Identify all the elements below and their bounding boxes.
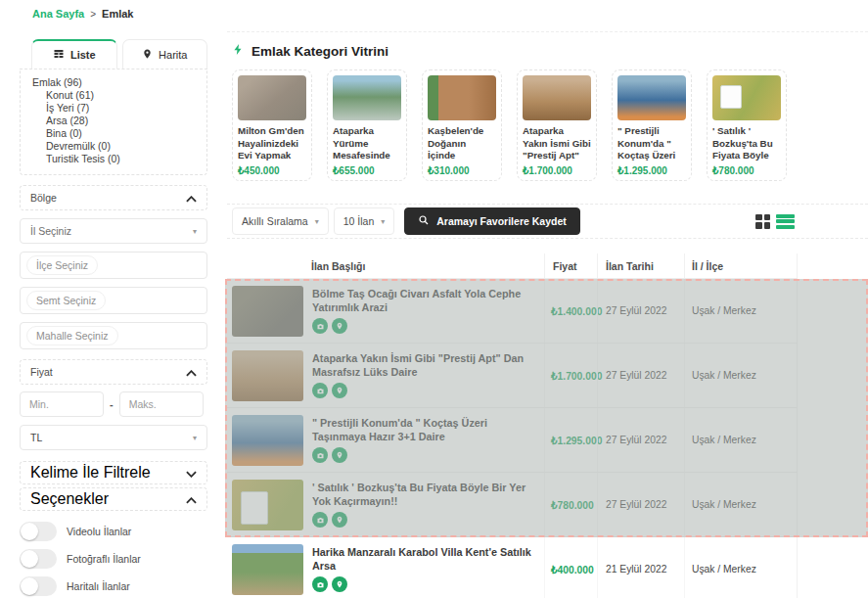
breadcrumb-current: Emlak	[102, 8, 133, 20]
header-fiyat: Fiyat	[544, 253, 597, 278]
category-emlak[interactable]: Emlak (96)	[32, 76, 195, 89]
category-turistik-tesis[interactable]: Turistik Tesis (0)	[32, 153, 195, 165]
card-price: ₺655.000	[333, 165, 401, 176]
showcase-card[interactable]: ' Satılık ' Bozkuş'ta Bu Fiyata Böyle ₺7…	[707, 69, 787, 181]
category-panel: Emlak (96) Konut (61) İş Yeri (7) Arsa (…	[20, 69, 207, 175]
category-is-yeri[interactable]: İş Yeri (7)	[32, 102, 195, 115]
grid-view-icon[interactable]	[755, 214, 770, 229]
section-fiyat[interactable]: Fiyat	[20, 359, 207, 385]
per-page-value: 10 İlan	[343, 215, 375, 227]
listing-thumbnail	[232, 415, 303, 466]
breadcrumb-home-link[interactable]: Ana Sayfa	[32, 8, 84, 20]
range-separator: -	[110, 398, 114, 410]
section-kelime[interactable]: Kelime İle Filtrele	[20, 461, 207, 484]
map-pin-icon[interactable]	[332, 512, 347, 528]
sort-select[interactable]: Akıllı Sıralama ▾	[232, 207, 329, 235]
row-price: ₺1.700.000	[544, 344, 597, 407]
filter-sidebar: Liste Harita Emlak (96) Konut (61) İş Ye…	[20, 39, 207, 598]
listing-photo	[333, 75, 401, 120]
currency-select-value: TL	[30, 432, 42, 443]
map-pin-icon[interactable]	[332, 318, 347, 334]
card-title: " Prestijli Konum'da " Koçtaş Üzeri	[617, 125, 686, 162]
row-location: Uşak / Merkez	[684, 344, 798, 407]
toggle-fotografli[interactable]: Fotoğraflı İlanlar	[20, 549, 207, 569]
price-range: -	[20, 391, 207, 417]
semt-placeholder: Semt Seçiniz	[26, 291, 106, 310]
il-select-value: İl Seçiniz	[30, 225, 71, 237]
toggle-haritali[interactable]: Haritalı İlanlar	[20, 576, 207, 596]
map-pin-icon[interactable]	[332, 383, 347, 398]
save-favorite-button[interactable]: Aramayı Favorilere Kaydet	[404, 207, 579, 235]
listing-photo	[238, 75, 306, 120]
table-row[interactable]: Harika Manzaralı Karabol Villa Kent'e Sa…	[227, 537, 798, 598]
list-view-icon[interactable]	[776, 214, 795, 229]
row-title: ' Satılık ' Bozkuş'ta Bu Fiyata Böyle Bi…	[312, 482, 535, 508]
photo-camera-icon[interactable]	[312, 576, 328, 592]
caret-down-icon: ▾	[193, 434, 197, 442]
showcase-card[interactable]: Ataparka Yürüme Mesafesinde ₺655.000	[327, 69, 407, 181]
showcase-card[interactable]: Ataparka Yakın İsmi Gibi "Prestij Apt" ₺…	[517, 69, 597, 181]
row-price: ₺1.295.000	[544, 408, 597, 472]
min-price-input[interactable]	[20, 391, 104, 417]
card-price: ₺1.295.000	[617, 165, 686, 176]
il-select[interactable]: İl Seçiniz ▾	[20, 218, 207, 244]
showcase-card[interactable]: Milton Gm'den Hayalinizdeki Evi Yapmak ₺…	[232, 69, 312, 181]
currency-select[interactable]: TL ▾	[20, 425, 207, 450]
photo-camera-icon[interactable]	[312, 512, 328, 528]
map-pin-icon[interactable]	[332, 576, 347, 592]
section-secenekler[interactable]: Seçenekler	[20, 487, 207, 511]
toggle-switch-off[interactable]	[20, 576, 57, 596]
map-pin-icon	[142, 48, 153, 62]
listing-thumbnail	[232, 544, 303, 595]
toggle-videolu[interactable]: Videolu İlanlar	[20, 522, 207, 541]
tab-harita-label: Harita	[159, 49, 187, 61]
semt-input[interactable]: Semt Seçiniz	[20, 287, 207, 314]
header-il-ilce: İl / İlçe	[684, 253, 798, 278]
chevron-up-icon	[186, 189, 197, 207]
per-page-select[interactable]: 10 İlan ▾	[334, 207, 395, 235]
photo-camera-icon[interactable]	[312, 383, 328, 398]
toggle-switch-off[interactable]	[20, 549, 57, 569]
section-bolge-label: Bölge	[30, 192, 57, 204]
sort-toolbar: Akıllı Sıralama ▾ 10 İlan ▾ Aramayı Favo…	[227, 204, 868, 239]
mahalle-input[interactable]: Mahalle Seçiniz	[20, 322, 207, 349]
card-title: Ataparka Yakın İsmi Gibi "Prestij Apt"	[523, 125, 591, 162]
toggle-haritali-label: Haritalı İlanlar	[67, 580, 130, 592]
category-bina[interactable]: Bina (0)	[32, 127, 195, 140]
photo-camera-icon[interactable]	[312, 447, 328, 463]
listing-rows: Bölme Taş Ocağı Civarı Asfalt Yola Cephe…	[227, 279, 868, 598]
option-toggles: Videolu İlanlar Fotoğraflı İlanlar Harit…	[20, 522, 207, 596]
section-bolge[interactable]: Bölge	[20, 185, 207, 210]
photo-camera-icon[interactable]	[312, 318, 328, 334]
toggle-switch-off[interactable]	[20, 522, 57, 541]
listing-photo	[523, 75, 591, 120]
category-arsa[interactable]: Arsa (28)	[32, 115, 195, 127]
showcase-card[interactable]: Kaşbelen'de Doğanın İçinde ₺310.000	[422, 69, 502, 181]
ilce-input[interactable]: İlçe Seçiniz	[20, 252, 207, 279]
card-price: ₺310.000	[428, 165, 496, 176]
listing-photo	[428, 75, 496, 120]
table-row[interactable]: ' Satılık ' Bozkuş'ta Bu Fiyata Böyle Bi…	[227, 473, 798, 537]
map-pin-icon[interactable]	[332, 447, 347, 463]
max-price-input[interactable]	[119, 391, 204, 417]
table-row[interactable]: Ataparka Yakın İsmi Gibi "Prestij Apt" D…	[227, 344, 798, 408]
row-title: Harika Manzaralı Karabol Villa Kent'e Sa…	[312, 546, 535, 573]
category-konut[interactable]: Konut (61)	[32, 89, 195, 102]
row-title: Bölme Taş Ocağı Civarı Asfalt Yola Cephe…	[312, 288, 535, 314]
main-content: Emlak Kategori Vitrini Milton Gm'den Hay…	[227, 31, 868, 598]
table-row[interactable]: " Prestijli Konum'da " Koçtaş Üzeri Taşı…	[227, 408, 798, 473]
category-devremulk[interactable]: Devremülk (0)	[32, 140, 195, 153]
tab-harita[interactable]: Harita	[122, 39, 208, 69]
row-price: ₺780.000	[544, 473, 597, 536]
tab-liste[interactable]: Liste	[31, 39, 117, 69]
row-location: Uşak / Merkez	[684, 408, 798, 472]
header-ilan-tarihi: İlan Tarihi	[597, 253, 684, 278]
showcase-card[interactable]: " Prestijli Konum'da " Koçtaş Üzeri ₺1.2…	[612, 69, 692, 181]
table-row[interactable]: Bölme Taş Ocağı Civarı Asfalt Yola Cephe…	[227, 279, 798, 344]
chevron-up-icon	[186, 490, 197, 508]
caret-down-icon: ▾	[381, 217, 385, 226]
row-price: ₺400.000	[544, 537, 597, 598]
card-title: Ataparka Yürüme Mesafesinde	[333, 125, 401, 162]
row-location: Uşak / Merkez	[684, 279, 798, 343]
caret-down-icon: ▾	[315, 217, 319, 226]
